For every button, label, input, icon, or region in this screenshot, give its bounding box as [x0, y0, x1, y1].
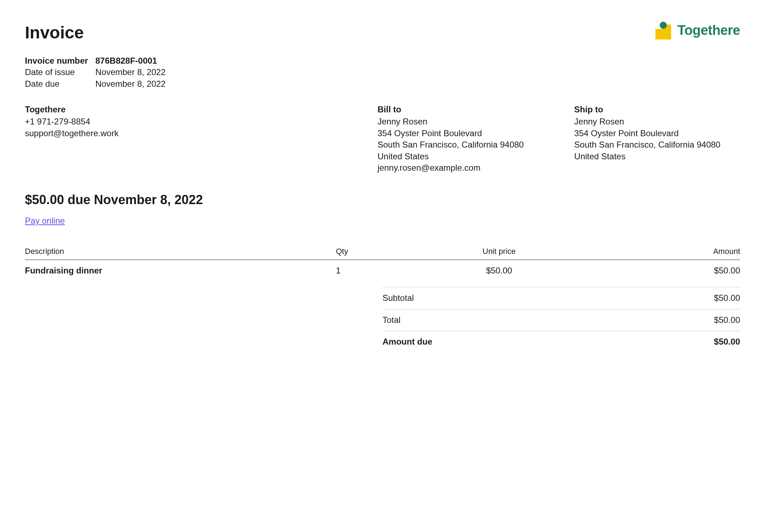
- pay-online-link[interactable]: Pay online: [25, 215, 65, 227]
- date-of-issue-label: Date of issue: [25, 66, 89, 78]
- header-description: Description: [25, 246, 336, 257]
- brand-name: Togethere: [677, 21, 740, 39]
- from-address: Togethere +1 971-279-8854 support@togeth…: [25, 104, 363, 174]
- invoice-meta: Invoice number 876B828F-0001 Date of iss…: [25, 55, 740, 90]
- from-phone: +1 971-279-8854: [25, 116, 363, 127]
- subtotal-row: Subtotal $50.00: [382, 287, 740, 309]
- amount-due-label: Amount due: [382, 336, 432, 347]
- total-value: $50.00: [714, 314, 740, 326]
- ship-to-city: South San Francisco, California 94080: [574, 139, 740, 150]
- total-label: Total: [382, 314, 401, 326]
- ship-to-heading: Ship to: [574, 104, 740, 115]
- subtotal-value: $50.00: [714, 292, 740, 304]
- ship-to-country: United States: [574, 151, 740, 162]
- header-unit-price: Unit price: [429, 246, 569, 257]
- address-section: Togethere +1 971-279-8854 support@togeth…: [25, 104, 740, 174]
- page-title: Invoice: [25, 21, 84, 44]
- svg-rect-0: [655, 29, 663, 39]
- row-amount: $50.00: [569, 265, 740, 276]
- amount-due-row: Amount due $50.00: [382, 331, 740, 352]
- date-of-issue-value: November 8, 2022: [95, 66, 165, 78]
- meta-invoice-number: Invoice number 876B828F-0001: [25, 55, 740, 66]
- row-qty: 1: [336, 265, 429, 276]
- invoice-number-value: 876B828F-0001: [95, 55, 157, 66]
- meta-date-due: Date due November 8, 2022: [25, 78, 740, 90]
- bill-to-street: 354 Oyster Point Boulevard: [378, 128, 560, 139]
- brand-logo: Togethere: [655, 21, 740, 39]
- total-row: Total $50.00: [382, 309, 740, 331]
- bill-to-address: Bill to Jenny Rosen 354 Oyster Point Bou…: [378, 104, 560, 174]
- togethere-logo-icon: [655, 22, 672, 39]
- totals-section: Subtotal $50.00 Total $50.00 Amount due …: [382, 287, 740, 352]
- bill-to-email: jenny.rosen@example.com: [378, 162, 560, 174]
- subtotal-label: Subtotal: [382, 292, 414, 304]
- table-row: Fundraising dinner 1 $50.00 $50.00: [25, 260, 740, 287]
- amount-due-summary: $50.00 due November 8, 2022: [25, 191, 740, 209]
- ship-to-address: Ship to Jenny Rosen 354 Oyster Point Bou…: [574, 104, 740, 174]
- line-items-table: Description Qty Unit price Amount Fundra…: [25, 246, 740, 352]
- bill-to-country: United States: [378, 151, 560, 162]
- invoice-number-label: Invoice number: [25, 55, 89, 66]
- header-amount: Amount: [569, 246, 740, 257]
- invoice-header: Invoice Togethere: [25, 21, 740, 44]
- meta-date-of-issue: Date of issue November 8, 2022: [25, 66, 740, 78]
- row-description: Fundraising dinner: [25, 265, 336, 276]
- svg-point-2: [660, 22, 667, 29]
- bill-to-heading: Bill to: [378, 104, 560, 115]
- amount-due-value: $50.00: [714, 336, 740, 347]
- date-due-label: Date due: [25, 78, 89, 90]
- bill-to-name: Jenny Rosen: [378, 116, 560, 127]
- bill-to-city: South San Francisco, California 94080: [378, 139, 560, 150]
- from-name: Togethere: [25, 104, 363, 115]
- table-header: Description Qty Unit price Amount: [25, 246, 740, 260]
- from-email: support@togethere.work: [25, 128, 363, 139]
- header-qty: Qty: [336, 246, 429, 257]
- ship-to-name: Jenny Rosen: [574, 116, 740, 127]
- ship-to-street: 354 Oyster Point Boulevard: [574, 128, 740, 139]
- row-unit-price: $50.00: [429, 265, 569, 276]
- date-due-value: November 8, 2022: [95, 78, 165, 90]
